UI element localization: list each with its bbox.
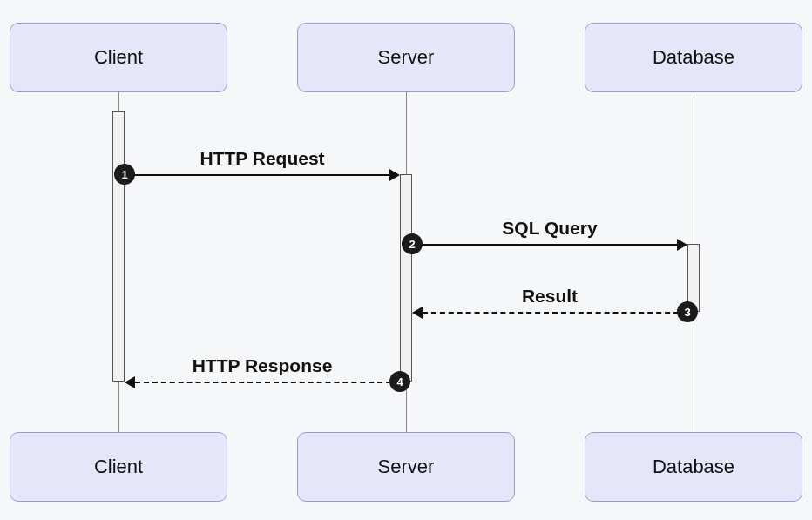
step-number: 2 <box>409 238 415 251</box>
message-arrow <box>412 244 677 246</box>
message-label: SQL Query <box>502 218 597 239</box>
step-number: 1 <box>121 168 127 181</box>
arrowhead-left-icon <box>412 307 423 319</box>
step-badge: 4 <box>389 371 410 392</box>
step-number: 3 <box>684 306 690 319</box>
arrowhead-left-icon <box>125 376 135 388</box>
activation-client <box>112 111 125 382</box>
arrowhead-right-icon <box>389 169 400 181</box>
participant-label: Database <box>653 456 734 478</box>
message-label: Result <box>522 286 578 307</box>
participant-client-bottom: Client <box>10 432 227 502</box>
step-badge: 1 <box>114 164 135 185</box>
participant-label: Client <box>94 456 143 478</box>
message-arrow <box>125 174 389 176</box>
step-badge: 2 <box>402 233 423 254</box>
participant-label: Server <box>378 46 435 69</box>
participant-database-top: Database <box>585 23 802 92</box>
message-label: HTTP Request <box>200 148 324 169</box>
arrowhead-right-icon <box>677 239 687 251</box>
step-badge: 3 <box>677 301 698 322</box>
participant-database-bottom: Database <box>585 432 802 502</box>
participant-client-top: Client <box>10 23 227 92</box>
participant-server-bottom: Server <box>297 432 515 502</box>
step-number: 4 <box>396 375 403 388</box>
participant-label: Client <box>94 46 143 69</box>
participant-label: Server <box>378 456 435 478</box>
participant-server-top: Server <box>297 23 515 92</box>
message-arrow <box>135 382 400 383</box>
sequence-diagram: Client Server Database Client Server Dat… <box>0 0 812 520</box>
activation-server <box>400 174 412 382</box>
message-label: HTTP Response <box>193 355 333 376</box>
message-arrow <box>423 312 687 314</box>
participant-label: Database <box>653 46 734 69</box>
